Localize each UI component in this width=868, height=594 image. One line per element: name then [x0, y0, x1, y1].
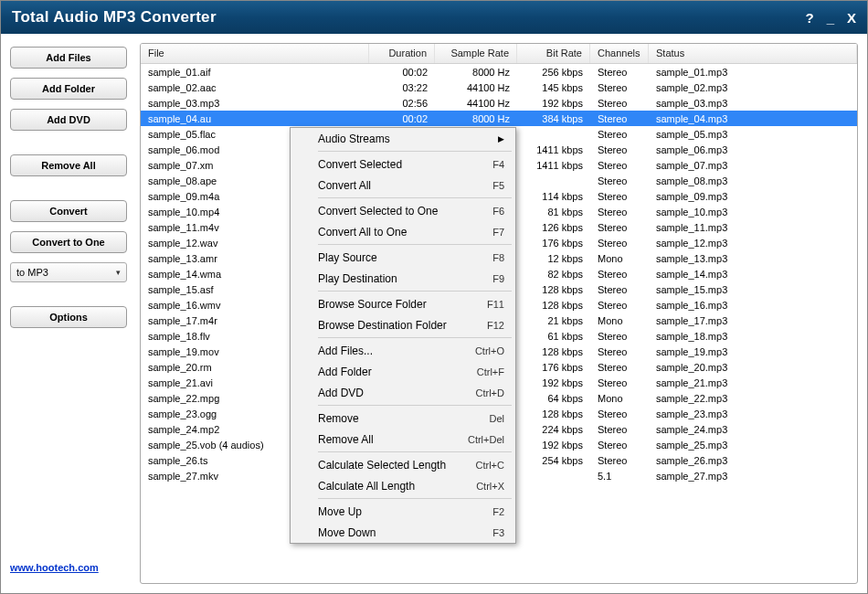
footer-link[interactable]: www.hootech.com	[10, 562, 99, 573]
submenu-arrow-icon: ▶	[498, 134, 504, 143]
context-menu-label: Convert Selected	[318, 158, 402, 171]
context-menu-separator	[318, 151, 512, 152]
add-dvd-button[interactable]: Add DVD	[10, 109, 127, 131]
context-menu-item[interactable]: Calculate Selected LengthCtrl+C	[291, 454, 515, 475]
cell-channels: Stereo	[590, 222, 649, 233]
context-menu-separator	[318, 498, 512, 499]
context-menu-label: Convert All to One	[318, 226, 407, 239]
app-title: Total Audio MP3 Converter	[12, 8, 217, 27]
context-menu-shortcut: F3	[492, 527, 504, 538]
context-menu-item[interactable]: Browse Source FolderF11	[291, 293, 515, 314]
col-file[interactable]: File	[141, 44, 369, 63]
add-files-button[interactable]: Add Files	[10, 47, 127, 69]
context-menu-label: Play Destination	[318, 272, 397, 285]
convert-button[interactable]: Convert	[10, 200, 127, 222]
close-icon[interactable]: X	[847, 10, 856, 26]
table-row[interactable]: sample_04.au00:028000 Hz384 kbpsStereosa…	[141, 111, 857, 126]
context-menu-separator	[318, 291, 512, 292]
cell-status: sample_24.mp3	[649, 424, 857, 435]
context-menu-separator	[318, 197, 512, 198]
context-menu-item[interactable]: Add DVDCtrl+D	[291, 382, 515, 403]
titlebar: Total Audio MP3 Converter ? _ X	[1, 1, 867, 34]
cell-bit-rate: 61 kbps	[517, 331, 590, 342]
cell-bit-rate: 254 kbps	[517, 455, 590, 466]
context-menu-item[interactable]: Convert SelectedF4	[291, 154, 515, 175]
context-menu-label: Move Down	[318, 526, 376, 539]
chevron-down-icon: ▾	[116, 268, 121, 277]
remove-all-button[interactable]: Remove All	[10, 154, 127, 176]
cell-channels: Stereo	[590, 238, 649, 249]
context-menu-shortcut: Ctrl+C	[476, 460, 504, 471]
cell-bit-rate: 114 kbps	[517, 191, 590, 202]
cell-status: sample_12.mp3	[649, 238, 857, 249]
cell-bit-rate: 128 kbps	[517, 408, 590, 419]
table-row[interactable]: sample_01.aif00:028000 Hz256 kbpsStereos…	[141, 64, 857, 80]
cell-status: sample_16.mp3	[649, 300, 857, 311]
cell-duration: 03:22	[369, 82, 435, 93]
sidebar: Add Files Add Folder Add DVD Remove All …	[1, 34, 136, 593]
context-menu-shortcut: F5	[492, 180, 504, 191]
cell-bit-rate: 192 kbps	[517, 98, 590, 109]
cell-bit-rate: 12 kbps	[517, 253, 590, 264]
cell-channels: Stereo	[590, 424, 649, 435]
context-menu-shortcut: F12	[487, 320, 504, 331]
cell-status: sample_25.mp3	[649, 440, 857, 451]
context-menu-label: Play Source	[318, 251, 377, 264]
minimize-icon[interactable]: _	[827, 10, 834, 26]
cell-status: sample_27.mp3	[649, 471, 857, 482]
cell-sample-rate: 8000 Hz	[435, 113, 517, 124]
context-menu-shortcut: F8	[492, 252, 504, 263]
context-menu-item[interactable]: Play SourceF8	[291, 247, 515, 268]
context-menu-label: Calculate Selected Length	[318, 459, 446, 472]
cell-status: sample_20.mp3	[649, 362, 857, 373]
add-folder-button[interactable]: Add Folder	[10, 78, 127, 100]
col-sample-rate[interactable]: Sample Rate	[435, 44, 517, 63]
cell-bit-rate: 176 kbps	[517, 238, 590, 249]
table-row[interactable]: sample_03.mp302:5644100 Hz192 kbpsStereo…	[141, 95, 857, 111]
table-row[interactable]: sample_02.aac03:2244100 Hz145 kbpsStereo…	[141, 80, 857, 95]
cell-channels: Stereo	[590, 160, 649, 171]
context-menu-item[interactable]: Add FolderCtrl+F	[291, 361, 515, 382]
cell-bit-rate: 192 kbps	[517, 440, 590, 451]
cell-channels: Mono	[590, 393, 649, 404]
cell-bit-rate: 128 kbps	[517, 346, 590, 357]
cell-status: sample_02.mp3	[649, 82, 857, 93]
cell-channels: Stereo	[590, 98, 649, 109]
cell-status: sample_15.mp3	[649, 284, 857, 295]
cell-status: sample_09.mp3	[649, 191, 857, 202]
col-status[interactable]: Status	[649, 44, 857, 63]
cell-channels: Mono	[590, 315, 649, 326]
output-format-select[interactable]: to MP3 ▾	[10, 262, 127, 282]
cell-status: sample_03.mp3	[649, 98, 857, 109]
col-duration[interactable]: Duration	[369, 44, 435, 63]
context-menu-item[interactable]: Move DownF3	[291, 522, 515, 543]
context-menu-item[interactable]: RemoveDel	[291, 408, 515, 429]
context-menu-item[interactable]: Play DestinationF9	[291, 268, 515, 289]
cell-bit-rate: 21 kbps	[517, 315, 590, 326]
context-menu-item[interactable]: Calculate All LengthCtrl+X	[291, 475, 515, 496]
context-menu-item[interactable]: Add Files...Ctrl+O	[291, 340, 515, 361]
cell-bit-rate: 82 kbps	[517, 269, 590, 280]
cell-duration: 02:56	[369, 98, 435, 109]
col-channels[interactable]: Channels	[590, 44, 649, 63]
context-menu-item[interactable]: Convert Selected to OneF6	[291, 200, 515, 221]
context-menu-item[interactable]: Convert AllF5	[291, 175, 515, 196]
context-menu-item[interactable]: Convert All to OneF7	[291, 221, 515, 242]
cell-status: sample_18.mp3	[649, 331, 857, 342]
cell-bit-rate: 128 kbps	[517, 284, 590, 295]
cell-channels: Stereo	[590, 129, 649, 140]
convert-to-one-button[interactable]: Convert to One	[10, 231, 127, 253]
col-bit-rate[interactable]: Bit Rate	[517, 44, 590, 63]
context-menu-item[interactable]: Audio Streams▶	[291, 128, 515, 149]
cell-channels: Stereo	[590, 175, 649, 186]
table-header: File Duration Sample Rate Bit Rate Chann…	[141, 44, 857, 64]
context-menu-separator	[318, 405, 512, 406]
cell-channels: Stereo	[590, 362, 649, 373]
cell-bit-rate: 1411 kbps	[517, 144, 590, 155]
context-menu-item[interactable]: Browse Destination FolderF12	[291, 314, 515, 335]
context-menu-item[interactable]: Remove AllCtrl+Del	[291, 429, 515, 450]
cell-sample-rate: 44100 Hz	[435, 82, 517, 93]
context-menu-item[interactable]: Move UpF2	[291, 501, 515, 522]
options-button[interactable]: Options	[10, 306, 127, 328]
help-icon[interactable]: ?	[805, 10, 813, 26]
